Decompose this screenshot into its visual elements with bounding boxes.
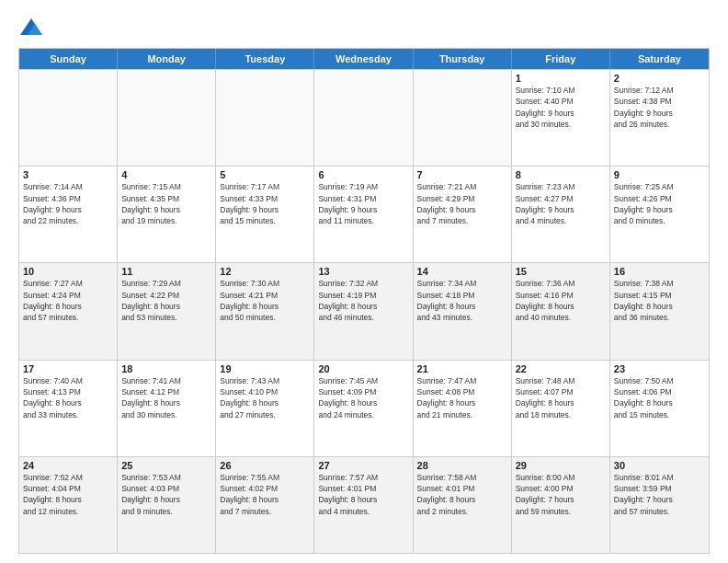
day-number: 3 — [23, 169, 113, 180]
day-number: 4 — [121, 169, 211, 180]
day-number: 5 — [220, 169, 310, 180]
cal-cell-2-1: 11Sunrise: 7:29 AM Sunset: 4:22 PM Dayli… — [118, 263, 216, 359]
cal-cell-1-2: 5Sunrise: 7:17 AM Sunset: 4:33 PM Daylig… — [216, 167, 314, 262]
day-info: Sunrise: 7:21 AM Sunset: 4:29 PM Dayligh… — [417, 181, 507, 226]
day-number: 15 — [516, 266, 606, 277]
day-number: 10 — [23, 266, 113, 277]
day-number: 24 — [23, 460, 113, 471]
cal-cell-1-0: 3Sunrise: 7:14 AM Sunset: 4:36 PM Daylig… — [19, 167, 118, 262]
day-number: 11 — [121, 266, 211, 277]
cal-cell-0-5: 1Sunrise: 7:10 AM Sunset: 4:40 PM Daylig… — [512, 70, 610, 166]
cal-cell-2-0: 10Sunrise: 7:27 AM Sunset: 4:24 PM Dayli… — [19, 263, 118, 359]
day-number: 6 — [318, 169, 408, 180]
day-number: 17 — [23, 363, 113, 374]
day-number: 21 — [417, 363, 507, 374]
day-number: 16 — [614, 266, 705, 277]
day-info: Sunrise: 7:40 AM Sunset: 4:13 PM Dayligh… — [23, 375, 113, 420]
cal-cell-1-5: 8Sunrise: 7:23 AM Sunset: 4:27 PM Daylig… — [512, 167, 610, 262]
cal-cell-1-3: 6Sunrise: 7:19 AM Sunset: 4:31 PM Daylig… — [314, 167, 413, 262]
day-info: Sunrise: 7:32 AM Sunset: 4:19 PM Dayligh… — [318, 278, 408, 323]
cal-cell-3-2: 19Sunrise: 7:43 AM Sunset: 4:10 PM Dayli… — [216, 361, 314, 456]
day-number: 7 — [417, 169, 507, 180]
day-info: Sunrise: 7:48 AM Sunset: 4:07 PM Dayligh… — [516, 375, 606, 420]
cal-cell-3-5: 22Sunrise: 7:48 AM Sunset: 4:07 PM Dayli… — [512, 361, 610, 456]
day-number: 13 — [318, 266, 408, 277]
day-number: 28 — [417, 460, 507, 471]
page: SundayMondayTuesdayWednesdayThursdayFrid… — [0, 0, 728, 563]
day-number: 29 — [516, 460, 606, 471]
cal-cell-4-0: 24Sunrise: 7:52 AM Sunset: 4:04 PM Dayli… — [19, 457, 118, 553]
day-info: Sunrise: 7:47 AM Sunset: 4:08 PM Dayligh… — [417, 375, 507, 420]
header-day-saturday: Saturday — [610, 49, 709, 69]
header-day-friday: Friday — [512, 49, 610, 69]
cal-cell-3-3: 20Sunrise: 7:45 AM Sunset: 4:09 PM Dayli… — [314, 361, 413, 456]
cal-cell-0-4 — [414, 70, 512, 166]
day-info: Sunrise: 7:23 AM Sunset: 4:27 PM Dayligh… — [516, 181, 606, 226]
cal-cell-2-3: 13Sunrise: 7:32 AM Sunset: 4:19 PM Dayli… — [314, 263, 413, 359]
day-info: Sunrise: 7:52 AM Sunset: 4:04 PM Dayligh… — [23, 472, 113, 517]
cal-cell-0-6: 2Sunrise: 7:12 AM Sunset: 4:38 PM Daylig… — [610, 70, 709, 166]
day-info: Sunrise: 7:36 AM Sunset: 4:16 PM Dayligh… — [516, 278, 606, 323]
day-number: 2 — [614, 73, 705, 84]
cal-cell-4-6: 30Sunrise: 8:01 AM Sunset: 3:59 PM Dayli… — [610, 457, 709, 553]
cal-cell-4-1: 25Sunrise: 7:53 AM Sunset: 4:03 PM Dayli… — [118, 457, 216, 553]
day-info: Sunrise: 7:19 AM Sunset: 4:31 PM Dayligh… — [318, 181, 408, 226]
day-info: Sunrise: 7:41 AM Sunset: 4:12 PM Dayligh… — [121, 375, 211, 420]
header-day-tuesday: Tuesday — [216, 49, 314, 69]
day-number: 18 — [121, 363, 211, 374]
day-info: Sunrise: 7:10 AM Sunset: 4:40 PM Dayligh… — [516, 85, 606, 130]
cal-cell-1-1: 4Sunrise: 7:15 AM Sunset: 4:35 PM Daylig… — [118, 167, 216, 262]
cal-cell-4-4: 28Sunrise: 7:58 AM Sunset: 4:01 PM Dayli… — [414, 457, 512, 553]
day-info: Sunrise: 7:15 AM Sunset: 4:35 PM Dayligh… — [121, 181, 211, 226]
day-info: Sunrise: 8:01 AM Sunset: 3:59 PM Dayligh… — [614, 472, 705, 517]
day-info: Sunrise: 7:53 AM Sunset: 4:03 PM Dayligh… — [121, 472, 211, 517]
logo-icon — [18, 15, 44, 40]
day-info: Sunrise: 7:38 AM Sunset: 4:15 PM Dayligh… — [614, 278, 705, 323]
cal-cell-3-0: 17Sunrise: 7:40 AM Sunset: 4:13 PM Dayli… — [19, 361, 118, 456]
day-number: 26 — [220, 460, 310, 471]
calendar-row-0: 1Sunrise: 7:10 AM Sunset: 4:40 PM Daylig… — [19, 69, 709, 166]
cal-cell-4-3: 27Sunrise: 7:57 AM Sunset: 4:01 PM Dayli… — [314, 457, 413, 553]
calendar-body: 1Sunrise: 7:10 AM Sunset: 4:40 PM Daylig… — [19, 69, 709, 553]
cal-cell-0-1 — [118, 70, 216, 166]
calendar-row-2: 10Sunrise: 7:27 AM Sunset: 4:24 PM Dayli… — [19, 262, 709, 359]
day-number: 20 — [318, 363, 408, 374]
cal-cell-0-0 — [19, 70, 118, 166]
cal-cell-1-6: 9Sunrise: 7:25 AM Sunset: 4:26 PM Daylig… — [610, 167, 709, 262]
cal-cell-3-4: 21Sunrise: 7:47 AM Sunset: 4:08 PM Dayli… — [414, 361, 512, 456]
cal-cell-0-3 — [314, 70, 413, 166]
logo — [18, 15, 48, 40]
header-day-sunday: Sunday — [19, 49, 118, 69]
day-info: Sunrise: 7:34 AM Sunset: 4:18 PM Dayligh… — [417, 278, 507, 323]
day-info: Sunrise: 7:45 AM Sunset: 4:09 PM Dayligh… — [318, 375, 408, 420]
day-number: 12 — [220, 266, 310, 277]
day-number: 30 — [614, 460, 705, 471]
calendar-header: SundayMondayTuesdayWednesdayThursdayFrid… — [19, 49, 709, 69]
calendar-row-1: 3Sunrise: 7:14 AM Sunset: 4:36 PM Daylig… — [19, 166, 709, 262]
cal-cell-1-4: 7Sunrise: 7:21 AM Sunset: 4:29 PM Daylig… — [414, 167, 512, 262]
cal-cell-3-6: 23Sunrise: 7:50 AM Sunset: 4:06 PM Dayli… — [610, 361, 709, 456]
day-info: Sunrise: 7:14 AM Sunset: 4:36 PM Dayligh… — [23, 181, 113, 226]
day-number: 22 — [516, 363, 606, 374]
header-day-monday: Monday — [118, 49, 216, 69]
header-day-thursday: Thursday — [414, 49, 512, 69]
cal-cell-4-5: 29Sunrise: 8:00 AM Sunset: 4:00 PM Dayli… — [512, 457, 610, 553]
cal-cell-2-6: 16Sunrise: 7:38 AM Sunset: 4:15 PM Dayli… — [610, 263, 709, 359]
day-number: 23 — [614, 363, 705, 374]
day-info: Sunrise: 7:27 AM Sunset: 4:24 PM Dayligh… — [23, 278, 113, 323]
day-number: 27 — [318, 460, 408, 471]
day-number: 8 — [516, 169, 606, 180]
day-info: Sunrise: 7:12 AM Sunset: 4:38 PM Dayligh… — [614, 85, 705, 130]
day-info: Sunrise: 7:30 AM Sunset: 4:21 PM Dayligh… — [220, 278, 310, 323]
calendar-row-4: 24Sunrise: 7:52 AM Sunset: 4:04 PM Dayli… — [19, 456, 709, 553]
cal-cell-2-5: 15Sunrise: 7:36 AM Sunset: 4:16 PM Dayli… — [512, 263, 610, 359]
day-info: Sunrise: 7:17 AM Sunset: 4:33 PM Dayligh… — [220, 181, 310, 226]
day-number: 9 — [614, 169, 705, 180]
day-info: Sunrise: 7:58 AM Sunset: 4:01 PM Dayligh… — [417, 472, 507, 517]
day-info: Sunrise: 7:43 AM Sunset: 4:10 PM Dayligh… — [220, 375, 310, 420]
cal-cell-4-2: 26Sunrise: 7:55 AM Sunset: 4:02 PM Dayli… — [216, 457, 314, 553]
cal-cell-2-4: 14Sunrise: 7:34 AM Sunset: 4:18 PM Dayli… — [414, 263, 512, 359]
day-info: Sunrise: 7:25 AM Sunset: 4:26 PM Dayligh… — [614, 181, 705, 226]
header — [18, 15, 710, 40]
day-number: 14 — [417, 266, 507, 277]
